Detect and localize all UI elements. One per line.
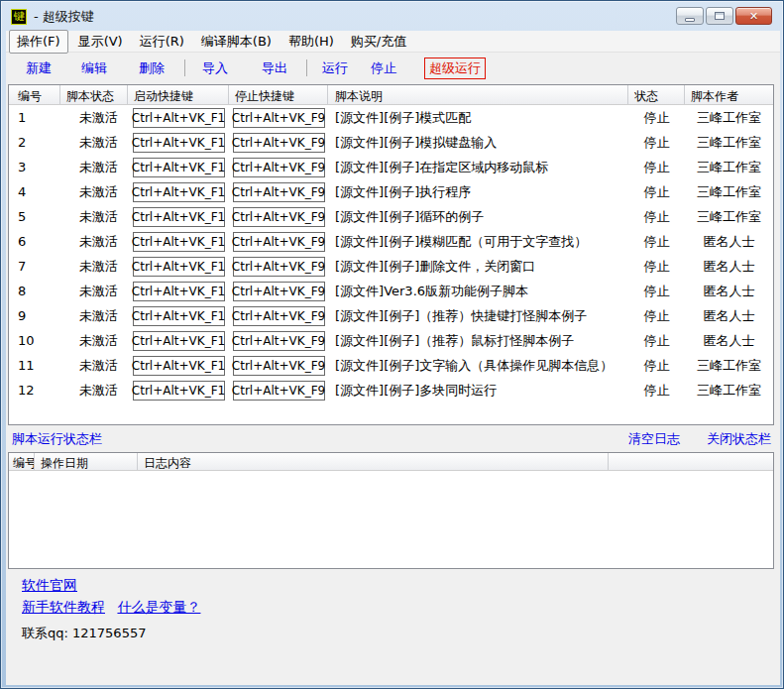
script-description: [源文件][例子]（推荐）鼠标打怪脚本例子	[328, 332, 628, 350]
script-description: [源文件]Ver3.6版新功能例子脚本	[328, 283, 628, 300]
stop-hotkey-input[interactable]: Ctrl+Alt+VK_F9	[233, 282, 325, 301]
column-header-author[interactable]: 脚本作者	[685, 85, 773, 104]
titlebar[interactable]: 键 - 超级按键	[2, 2, 782, 31]
log-column-id[interactable]: 编号	[9, 453, 35, 470]
menu-help[interactable]: 帮助(H)	[281, 31, 341, 53]
start-hotkey-input[interactable]: Ctrl+Alt+VK_F1	[133, 182, 225, 202]
stop-hotkey-input[interactable]: Ctrl+Alt+VK_F9	[233, 232, 325, 252]
menu-display[interactable]: 显示(V)	[71, 31, 130, 53]
row-number: 11	[9, 358, 60, 373]
script-description: [源文件][例子]删除文件，关闭窗口	[328, 258, 628, 276]
table-row[interactable]: 12未激活Ctrl+Alt+VK_F1Ctrl+Alt+VK_F9[源文件][例…	[9, 378, 773, 402]
start-hotkey-input[interactable]: Ctrl+Alt+VK_F1	[133, 158, 225, 177]
row-number: 9	[9, 308, 60, 323]
stop-hotkey-input[interactable]: Ctrl+Alt+VK_F9	[233, 356, 325, 376]
script-table: 编号 脚本状态 启动快捷键 停止快捷键 脚本说明 状态 脚本作者 1未激活Ctr…	[8, 84, 774, 425]
log-column-date[interactable]: 操作日期	[35, 453, 138, 470]
start-hotkey-input[interactable]: Ctrl+Alt+VK_F1	[133, 306, 225, 326]
beginner-tutorial-link[interactable]: 新手软件教程	[22, 599, 105, 615]
run-button[interactable]: 运行	[322, 59, 348, 77]
client-area: 操作(F) 显示(V) 运行(R) 编译脚本(B) 帮助(H) 购买/充值 新建…	[6, 31, 780, 685]
start-hotkey-input[interactable]: Ctrl+Alt+VK_F1	[133, 257, 225, 277]
script-state: 未激活	[60, 159, 128, 176]
script-state: 未激活	[60, 258, 128, 276]
script-description: [源文件][例子]执行程序	[328, 183, 628, 201]
start-hotkey-input[interactable]: Ctrl+Alt+VK_F1	[133, 232, 225, 252]
table-row[interactable]: 2未激活Ctrl+Alt+VK_F1Ctrl+Alt+VK_F9[源文件][例子…	[9, 130, 773, 155]
stop-hotkey-input[interactable]: Ctrl+Alt+VK_F9	[233, 381, 325, 401]
start-hotkey-input[interactable]: Ctrl+Alt+VK_F1	[133, 381, 225, 401]
toolbar: 新建 编辑 删除 导入 导出 运行 停止 超级运行	[6, 53, 780, 83]
what-is-variable-link[interactable]: 什么是变量？	[117, 599, 200, 615]
start-hotkey-input[interactable]: Ctrl+Alt+VK_F1	[133, 331, 225, 351]
menu-buy-recharge[interactable]: 购买/充值	[344, 31, 413, 53]
close-status-panel-link[interactable]: 关闭状态栏	[707, 430, 771, 448]
table-row[interactable]: 9未激活Ctrl+Alt+VK_F1Ctrl+Alt+VK_F9[源文件][例子…	[9, 303, 773, 328]
start-hotkey-input[interactable]: Ctrl+Alt+VK_F1	[133, 207, 225, 227]
column-header-description[interactable]: 脚本说明	[328, 85, 628, 104]
edit-button[interactable]: 编辑	[81, 59, 107, 77]
stop-hotkey-input[interactable]: Ctrl+Alt+VK_F9	[233, 133, 325, 153]
script-author: 匿名人士	[685, 307, 773, 325]
column-header-start-hotkey[interactable]: 启动快捷键	[128, 85, 229, 104]
stop-hotkey-input[interactable]: Ctrl+Alt+VK_F9	[233, 158, 325, 177]
minimize-icon	[685, 18, 695, 22]
hotkey-cell: Ctrl+Alt+VK_F1	[128, 108, 229, 128]
row-number: 3	[9, 160, 60, 174]
stop-hotkey-input[interactable]: Ctrl+Alt+VK_F9	[233, 207, 325, 227]
minimize-button[interactable]	[676, 7, 704, 25]
maximize-button[interactable]	[706, 7, 733, 25]
log-table-header: 编号 操作日期 日志内容	[9, 453, 773, 471]
menu-operate[interactable]: 操作(F)	[9, 30, 68, 54]
close-button[interactable]: ✕	[735, 7, 772, 25]
table-row[interactable]: 10未激活Ctrl+Alt+VK_F1Ctrl+Alt+VK_F9[源文件][例…	[9, 328, 773, 353]
start-hotkey-input[interactable]: Ctrl+Alt+VK_F1	[133, 356, 225, 376]
stop-hotkey-input[interactable]: Ctrl+Alt+VK_F9	[233, 182, 325, 202]
table-row[interactable]: 4未激活Ctrl+Alt+VK_F1Ctrl+Alt+VK_F9[源文件][例子…	[9, 179, 773, 204]
super-run-button[interactable]: 超级运行	[424, 57, 486, 79]
log-column-content[interactable]: 日志内容	[138, 453, 609, 470]
stop-hotkey-input[interactable]: Ctrl+Alt+VK_F9	[233, 331, 325, 351]
script-description: [源文件][例子]文字输入（具体操作见脚本信息）	[328, 357, 628, 375]
column-header-status[interactable]: 状态	[628, 85, 685, 104]
table-row[interactable]: 8未激活Ctrl+Alt+VK_F1Ctrl+Alt+VK_F9[源文件]Ver…	[9, 279, 773, 303]
start-hotkey-input[interactable]: Ctrl+Alt+VK_F1	[133, 133, 225, 153]
stop-button[interactable]: 停止	[371, 59, 396, 77]
menu-run[interactable]: 运行(R)	[133, 31, 191, 53]
run-status: 停止	[628, 159, 685, 176]
column-header-id[interactable]: 编号	[9, 85, 60, 104]
hotkey-cell: Ctrl+Alt+VK_F1	[128, 158, 229, 177]
script-description: [源文件][例子]循环的例子	[328, 208, 628, 226]
hotkey-cell: Ctrl+Alt+VK_F1	[128, 381, 229, 401]
table-row[interactable]: 1未激活Ctrl+Alt+VK_F1Ctrl+Alt+VK_F9[源文件][例子…	[9, 105, 773, 130]
delete-button[interactable]: 删除	[139, 59, 165, 77]
official-site-link[interactable]: 软件官网	[22, 577, 77, 593]
import-button[interactable]: 导入	[202, 59, 228, 77]
table-row[interactable]: 5未激活Ctrl+Alt+VK_F1Ctrl+Alt+VK_F9[源文件][例子…	[9, 204, 773, 229]
stop-hotkey-input[interactable]: Ctrl+Alt+VK_F9	[233, 257, 325, 277]
row-number: 2	[9, 135, 60, 150]
hotkey-cell: Ctrl+Alt+VK_F9	[229, 257, 328, 277]
stop-hotkey-input[interactable]: Ctrl+Alt+VK_F9	[233, 108, 325, 128]
run-status: 停止	[628, 208, 685, 226]
script-description: [源文件][例子]模拟键盘输入	[328, 134, 628, 152]
script-description: [源文件][例子]在指定区域内移动鼠标	[328, 159, 628, 176]
table-row[interactable]: 7未激活Ctrl+Alt+VK_F1Ctrl+Alt+VK_F9[源文件][例子…	[9, 254, 773, 279]
column-header-script-state[interactable]: 脚本状态	[60, 85, 128, 104]
menu-compile-script[interactable]: 编译脚本(B)	[194, 31, 279, 53]
row-number: 6	[9, 234, 60, 249]
clear-log-link[interactable]: 清空日志	[628, 430, 680, 448]
column-header-stop-hotkey[interactable]: 停止快捷键	[229, 85, 328, 104]
start-hotkey-input[interactable]: Ctrl+Alt+VK_F1	[133, 282, 225, 301]
stop-hotkey-input[interactable]: Ctrl+Alt+VK_F9	[233, 306, 325, 326]
row-number: 12	[9, 383, 60, 398]
table-row[interactable]: 3未激活Ctrl+Alt+VK_F1Ctrl+Alt+VK_F9[源文件][例子…	[9, 155, 773, 179]
export-button[interactable]: 导出	[262, 59, 287, 77]
start-hotkey-input[interactable]: Ctrl+Alt+VK_F1	[133, 108, 225, 128]
table-row[interactable]: 6未激活Ctrl+Alt+VK_F1Ctrl+Alt+VK_F9[源文件][例子…	[9, 229, 773, 254]
table-row[interactable]: 11未激活Ctrl+Alt+VK_F1Ctrl+Alt+VK_F9[源文件][例…	[9, 353, 773, 378]
run-status: 停止	[628, 307, 685, 325]
hotkey-cell: Ctrl+Alt+VK_F1	[128, 133, 229, 153]
run-status: 停止	[628, 382, 685, 400]
new-button[interactable]: 新建	[26, 59, 52, 77]
